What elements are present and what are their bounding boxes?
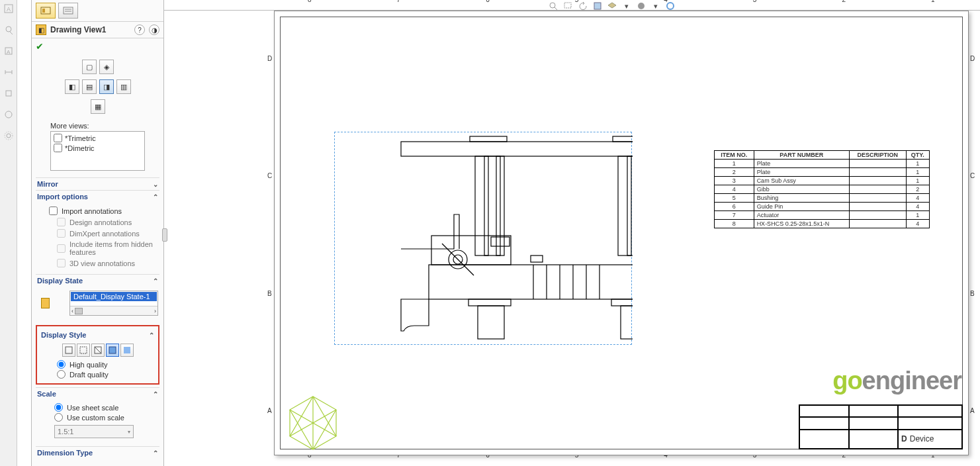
shaded-edges-style-icon[interactable] [106, 344, 119, 357]
mirror-label: Mirror [37, 180, 58, 188]
table-row[interactable]: 7Actuator1 [715, 211, 930, 220]
orient-back-icon[interactable]: ▥ [116, 79, 131, 94]
draft-quality-radio[interactable] [57, 370, 66, 379]
svg-point-30 [667, 3, 674, 9]
orient-iso-icon[interactable]: ◈ [99, 60, 114, 74]
dimetric-checkbox[interactable] [54, 144, 62, 152]
display-style-label: Display Style [41, 331, 86, 339]
balloon-tool-icon[interactable] [2, 24, 15, 36]
title-block[interactable]: D Device [799, 404, 963, 449]
zoom-fit-icon[interactable] [548, 1, 560, 11]
wireframe-style-icon[interactable] [62, 344, 75, 357]
bom-cell: 2 [715, 168, 754, 177]
import-options-section-header[interactable]: Import options ⌃ [36, 190, 159, 203]
prev-view-icon[interactable] [577, 1, 589, 11]
panel-scroll-area[interactable]: ▢ ◈ ◧ ▤ ◨ ▥ ▦ More views: *Trimetric *Di… [32, 54, 163, 466]
orient-left-icon[interactable]: ◧ [65, 79, 79, 94]
more-views-label: More views: [50, 122, 159, 130]
annotation-tool-icon[interactable]: A [2, 3, 15, 15]
table-row[interactable]: 6Guide Pin4 [715, 203, 930, 211]
svg-point-29 [638, 3, 645, 9]
chevron-down-icon: ▾ [128, 429, 130, 435]
view-orientation-icon[interactable] [606, 1, 618, 11]
bom-cell: Bushing [754, 194, 849, 203]
orient-bottom-icon[interactable]: ▦ [91, 99, 105, 114]
orient-front-icon[interactable]: ▢ [82, 60, 97, 74]
dimension-tool-icon[interactable] [2, 66, 15, 78]
orient-top-icon[interactable]: ▤ [82, 79, 97, 94]
use-custom-scale-radio[interactable] [54, 413, 63, 422]
drawing-view-icon: ◧ [36, 24, 46, 35]
drawing-canvas-area[interactable]: ▾ ▾ 8877665544332211DDCCBBAA [164, 0, 980, 466]
world-triad[interactable] [283, 393, 343, 453]
dimension-type-section-header[interactable]: Dimension Type ⌃ [36, 446, 159, 459]
settings-tool-icon[interactable] [2, 130, 15, 142]
bom-cell [849, 185, 906, 194]
svg-rect-19 [80, 347, 87, 353]
display-state-list[interactable]: Default_Display State-1 ‹ › [69, 291, 158, 316]
more-views-listbox[interactable]: *Trimetric *Dimetric [50, 131, 145, 171]
display-state-item-selected[interactable]: Default_Display State-1 [71, 292, 157, 301]
panel-splitter-handle[interactable] [162, 228, 167, 242]
row-label-left: C [267, 172, 272, 179]
hud-dropdown-icon[interactable]: ▾ [621, 1, 633, 11]
trimetric-checkbox[interactable] [54, 134, 62, 142]
bom-header-cell: QTY. [906, 151, 929, 160]
table-row[interactable]: 2Plate1 [715, 168, 930, 177]
svg-rect-31 [401, 142, 633, 156]
ok-checkmark-icon[interactable]: ✔ [36, 41, 44, 52]
scroll-thumb[interactable] [75, 308, 83, 314]
import-annotations-checkbox[interactable] [49, 207, 58, 215]
bom-cell: 4 [715, 185, 754, 194]
shaded-style-icon[interactable] [120, 344, 134, 357]
zoom-area-icon[interactable] [562, 1, 574, 11]
view-3d-annotations-label: 3D view annotations [69, 259, 135, 267]
orientation-buttons: ▢ ◈ ◧ ▤ ◨ ▥ ▦ [36, 57, 159, 118]
feature-tree-tab-icon[interactable] [58, 3, 78, 19]
hud-dropdown-icon[interactable]: ▾ [650, 1, 662, 11]
design-annotations-label: Design annotations [69, 218, 132, 226]
display-style-hud-icon[interactable] [635, 1, 647, 11]
scale-section-header[interactable]: Scale ⌃ [36, 387, 159, 400]
bom-cell [849, 220, 906, 228]
hidden-removed-style-icon[interactable] [91, 344, 105, 357]
svg-rect-9 [6, 91, 11, 96]
bom-cell: Guide Pin [754, 203, 849, 211]
table-row[interactable]: 8HX-SHCS 0.25-28x1.5x1-N4 [715, 220, 930, 228]
table-row[interactable]: 5Bushing4 [715, 194, 930, 203]
orient-right-icon[interactable]: ◨ [99, 79, 114, 94]
dimxpert-annotations-label: DimXpert annotations [69, 230, 140, 238]
help-button[interactable]: ? [134, 24, 145, 35]
table-row[interactable]: 3Cam Sub Assy1 [715, 177, 930, 185]
pin-button[interactable]: ◑ [149, 24, 159, 35]
bom-header-cell: PART NUMBER [754, 151, 849, 160]
display-state-hscroll[interactable]: ‹ › [70, 306, 157, 315]
scroll-left-icon[interactable]: ‹ [71, 308, 73, 314]
display-style-buttons [40, 344, 156, 357]
bom-cell: 1 [906, 177, 929, 185]
edit-sheet-icon[interactable] [664, 1, 676, 11]
hidden-visible-style-icon[interactable] [77, 344, 90, 357]
misc-tool-icon[interactable] [2, 109, 15, 120]
mirror-section-header[interactable]: Mirror ⌄ [36, 177, 159, 190]
bom-cell: 1 [715, 160, 754, 168]
import-annotations-label: Import annotations [62, 207, 122, 215]
section-tool-icon[interactable] [2, 87, 15, 99]
scroll-right-icon[interactable]: › [154, 308, 156, 314]
drawing-sheet[interactable]: ITEM NO.PART NUMBERDESCRIPTIONQTY. 1Plat… [274, 11, 969, 455]
use-sheet-scale-radio[interactable] [54, 403, 63, 412]
table-row[interactable]: 1Plate1 [715, 160, 930, 168]
property-manager-tab-icon[interactable] [36, 3, 56, 19]
dimetric-label: *Dimetric [65, 144, 95, 152]
drawing-view-selection-box[interactable] [334, 132, 632, 345]
import-options-label: Import options [37, 193, 88, 201]
note-tool-icon[interactable]: A [2, 45, 15, 57]
svg-rect-35 [484, 156, 488, 256]
bom-table[interactable]: ITEM NO.PART NUMBERDESCRIPTIONQTY. 1Plat… [714, 150, 930, 228]
high-quality-radio[interactable] [57, 360, 66, 369]
bom-cell: 4 [906, 220, 929, 228]
display-state-section-header[interactable]: Display State ⌃ [36, 274, 159, 287]
table-row[interactable]: 4Gibb2 [715, 185, 930, 194]
display-style-section-header[interactable]: Display Style ⌃ [40, 329, 156, 341]
section-view-icon[interactable] [592, 1, 603, 11]
